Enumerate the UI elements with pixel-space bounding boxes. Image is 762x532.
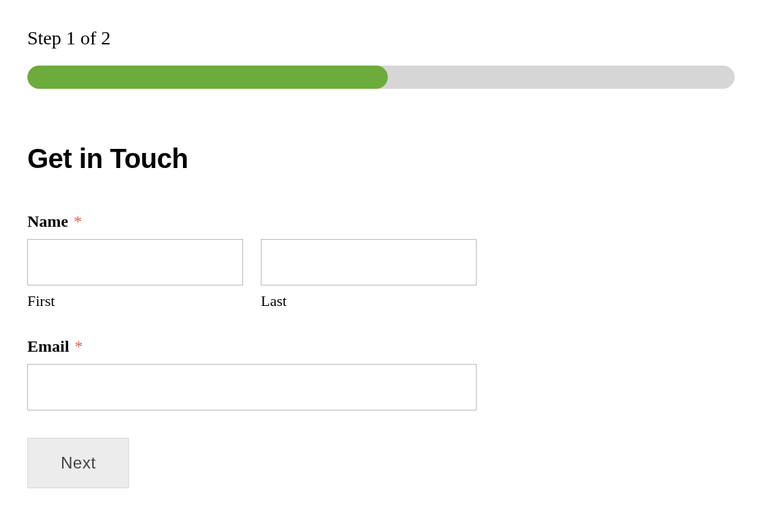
step-indicator: Step 1 of 2 — [27, 27, 735, 49]
email-field-group: Email * — [27, 337, 735, 410]
email-label: Email * — [27, 337, 735, 356]
name-field-group: Name * First Last — [27, 212, 735, 310]
last-name-column: Last — [261, 239, 477, 310]
last-name-input[interactable] — [261, 239, 477, 285]
first-name-column: First — [27, 239, 243, 310]
first-name-sublabel: First — [27, 292, 243, 310]
first-name-input[interactable] — [27, 239, 243, 285]
last-name-sublabel: Last — [261, 292, 477, 310]
required-marker: * — [74, 212, 82, 230]
name-label: Name * — [27, 212, 735, 231]
progress-fill — [27, 66, 388, 89]
next-button[interactable]: Next — [27, 438, 129, 488]
form-title: Get in Touch — [27, 143, 735, 174]
name-label-text: Name — [27, 212, 68, 230]
progress-bar — [27, 66, 735, 89]
email-input[interactable] — [27, 364, 477, 410]
email-label-text: Email — [27, 337, 69, 355]
required-marker: * — [74, 337, 83, 355]
